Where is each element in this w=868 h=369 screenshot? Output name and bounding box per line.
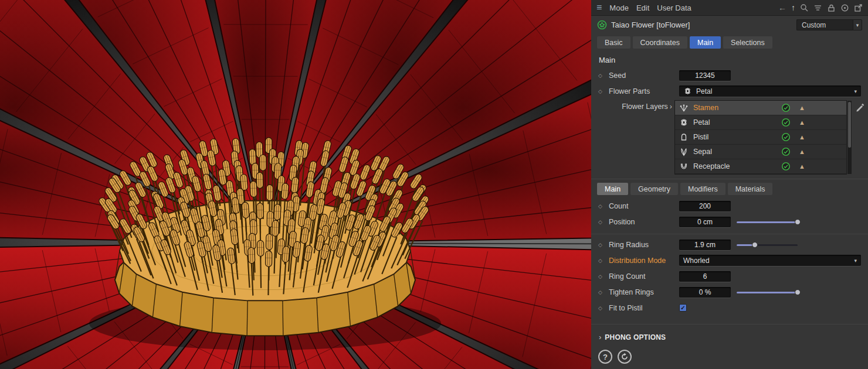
petal-icon <box>683 87 692 95</box>
param-diamond-icon: ◇ <box>598 203 609 209</box>
param-diamond-icon: ◇ <box>598 73 609 78</box>
tab-selections[interactable]: Selections <box>723 36 772 49</box>
flower-object-icon <box>597 20 607 30</box>
menu-mode[interactable]: Mode <box>609 4 629 12</box>
petal-icon <box>679 118 693 127</box>
back-arrow-icon[interactable]: ← <box>778 4 786 12</box>
layer-name: Sepal <box>693 148 781 156</box>
layer-state-triangle-icon[interactable]: ▲ <box>799 163 805 170</box>
tighten-rings-slider[interactable] <box>737 287 798 298</box>
help-button[interactable]: ? <box>598 350 612 364</box>
enabled-check-icon[interactable] <box>781 103 791 112</box>
phong-options-title: PHONG OPTIONS <box>605 333 666 341</box>
pistil-icon <box>679 132 693 142</box>
enabled-check-icon[interactable] <box>781 132 791 142</box>
flower-parts-label: Flower Parts <box>609 87 672 95</box>
refresh-button[interactable] <box>618 350 632 364</box>
layer-state-triangle-icon[interactable]: ▲ <box>799 134 805 141</box>
scrollbar-thumb[interactable] <box>848 102 851 148</box>
ring-radius-input[interactable]: 1.9 cm <box>679 240 731 250</box>
subtab-main[interactable]: Main <box>597 183 628 195</box>
enabled-check-icon[interactable] <box>781 147 791 156</box>
lock-icon[interactable] <box>827 4 836 12</box>
hamburger-icon[interactable]: ≡ <box>596 3 602 12</box>
count-input[interactable]: 200 <box>679 201 731 211</box>
position-label: Position <box>609 218 672 226</box>
tab-basic[interactable]: Basic <box>597 36 630 49</box>
distribution-mode-row: ◇ Distribution Mode Whorled ▾ <box>591 252 868 268</box>
seed-input[interactable]: 12345 <box>679 70 731 81</box>
fit-to-pistil-checkbox[interactable]: ✓ <box>679 304 687 312</box>
seed-label: Seed <box>609 71 672 80</box>
ring-count-label: Ring Count <box>609 272 672 281</box>
preset-value[interactable]: Custom <box>796 19 853 30</box>
menu-edit[interactable]: Edit <box>636 4 649 12</box>
count-row: ◇ Count 200 <box>591 198 868 214</box>
count-label: Count <box>609 202 672 210</box>
param-diamond-icon: ◇ <box>598 258 609 264</box>
position-input[interactable]: 0 cm <box>679 217 731 227</box>
stamen-icon <box>679 103 693 112</box>
preset-dropdown[interactable]: Custom ▾ <box>796 19 862 30</box>
layer-row-receptacle[interactable]: Receptacle ▲ <box>675 159 846 174</box>
3d-viewport[interactable] <box>0 0 591 369</box>
phong-options-header[interactable]: › PHONG OPTIONS <box>591 324 868 341</box>
preset-chevron-icon[interactable]: ▾ <box>853 19 862 30</box>
layer-row-stamen[interactable]: Stamen ▲ <box>675 101 846 115</box>
layer-name: Pistil <box>693 133 781 141</box>
ring-radius-slider[interactable] <box>737 240 798 250</box>
layer-name: Petal <box>693 118 781 127</box>
target-icon[interactable] <box>840 4 849 12</box>
subtab-modifiers[interactable]: Modifiers <box>680 183 725 195</box>
flower-parts-dropdown[interactable]: Petal ▾ <box>679 86 861 97</box>
layer-name: Stamen <box>693 104 781 112</box>
distribution-mode-dropdown[interactable]: Whorled ▾ <box>679 255 861 266</box>
position-row: ◇ Position 0 cm <box>591 214 868 230</box>
slider-knob[interactable] <box>795 219 801 225</box>
tighten-rings-input[interactable]: 0 % <box>679 287 731 298</box>
attribute-menubar: ≡ Mode Edit User Data ← ↑ <box>591 0 868 16</box>
receptacle-icon <box>679 162 693 171</box>
layer-state-triangle-icon[interactable]: ▲ <box>799 104 805 111</box>
slider-knob[interactable] <box>795 289 801 295</box>
expand-chevron-icon: › <box>670 102 672 111</box>
layer-name: Receptacle <box>693 162 781 170</box>
subtab-materials[interactable]: Materials <box>728 183 773 195</box>
panel-footer-icons: ? <box>598 350 632 364</box>
flower-render <box>0 0 591 369</box>
subtab-geometry[interactable]: Geometry <box>630 183 678 195</box>
flower-layers-label[interactable]: Flower Layers› <box>598 100 672 175</box>
enabled-check-icon[interactable] <box>781 162 791 171</box>
attributes-panel: ≡ Mode Edit User Data ← ↑ Taiao Flower [… <box>591 0 868 369</box>
menubar-icon-group: ← ↑ <box>778 4 863 12</box>
position-slider[interactable] <box>737 217 798 227</box>
tab-coordinates[interactable]: Coordinates <box>633 36 687 49</box>
layer-row-pistil[interactable]: Pistil ▲ <box>675 130 846 145</box>
flower-layers-block: Flower Layers› Stamen ▲ Petal ▲ Pistil <box>591 100 868 175</box>
eyedropper-icon[interactable] <box>855 101 866 112</box>
layer-state-triangle-icon[interactable]: ▲ <box>799 119 805 126</box>
filter-icon[interactable] <box>813 4 822 12</box>
layers-scrollbar[interactable] <box>847 101 852 174</box>
external-link-icon[interactable] <box>854 4 863 12</box>
layer-row-sepal[interactable]: Sepal ▲ <box>675 145 846 159</box>
param-diamond-icon: ◇ <box>598 274 609 279</box>
search-icon[interactable] <box>800 4 809 12</box>
sepal-icon <box>679 147 693 156</box>
flower-parts-value: Petal <box>696 87 712 95</box>
app-window: ≡ Mode Edit User Data ← ↑ Taiao Flower [… <box>0 0 868 369</box>
distribution-chevron-icon: ▾ <box>854 258 857 264</box>
ring-count-input[interactable]: 6 <box>679 271 731 282</box>
distribution-mode-label: Distribution Mode <box>609 257 672 265</box>
up-arrow-icon[interactable]: ↑ <box>791 4 795 12</box>
layer-row-petal[interactable]: Petal ▲ <box>675 115 846 130</box>
layer-state-triangle-icon[interactable]: ▲ <box>799 148 805 155</box>
param-diamond-icon: ◇ <box>598 305 609 311</box>
flower-layers-list: Stamen ▲ Petal ▲ Pistil ▲ <box>674 100 847 175</box>
menu-user-data[interactable]: User Data <box>657 4 691 12</box>
param-diamond-icon: ◇ <box>598 289 609 295</box>
enabled-check-icon[interactable] <box>781 118 791 127</box>
refresh-icon <box>621 353 629 361</box>
slider-knob[interactable] <box>752 242 758 248</box>
tab-main[interactable]: Main <box>690 36 721 49</box>
